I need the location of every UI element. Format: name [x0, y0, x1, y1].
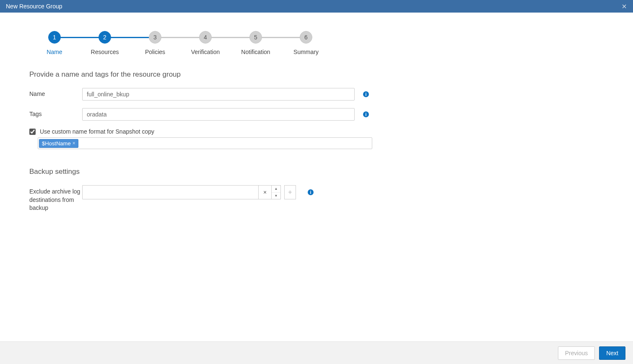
step-label: Resources — [80, 49, 130, 55]
step-verification[interactable]: 4Verification — [180, 31, 231, 55]
close-icon[interactable]: × — [618, 0, 630, 13]
exclude-combo[interactable]: × ▲ ▼ — [82, 185, 281, 199]
custom-name-checkbox[interactable] — [29, 129, 36, 135]
window-title: New Resource Group — [6, 3, 62, 10]
step-circle: 1 — [48, 31, 61, 44]
spin-up-icon[interactable]: ▲ — [272, 186, 280, 193]
custom-name-format-input[interactable]: $HostName× — [38, 137, 372, 149]
wizard-footer: Previous Next — [0, 341, 633, 364]
step-connector — [155, 37, 205, 38]
step-policies[interactable]: 3Policies — [130, 31, 180, 55]
custom-name-label[interactable]: Use custom name format for Snapshot copy — [40, 128, 154, 135]
step-label: Summary — [281, 49, 331, 55]
step-label: Verification — [180, 49, 231, 55]
wizard-stepper: 1Name2Resources3Policies4Verification5No… — [29, 31, 604, 55]
token-remove-icon[interactable]: × — [73, 140, 75, 146]
clear-icon[interactable]: × — [258, 185, 272, 199]
step-circle: 3 — [149, 31, 161, 44]
step-circle: 6 — [300, 31, 312, 44]
name-input[interactable] — [82, 88, 355, 101]
info-icon[interactable]: i — [363, 111, 369, 117]
exclude-input[interactable] — [82, 185, 258, 199]
tags-label: Tags — [29, 108, 82, 117]
step-summary[interactable]: 6Summary — [281, 31, 331, 55]
spin-down-icon[interactable]: ▼ — [272, 193, 280, 199]
step-connector — [54, 37, 105, 38]
info-icon[interactable]: i — [308, 189, 314, 195]
format-token[interactable]: $HostName× — [39, 139, 78, 148]
next-button[interactable]: Next — [599, 346, 625, 360]
step-connector — [256, 37, 306, 38]
step-circle: 4 — [199, 31, 212, 44]
info-icon[interactable]: i — [363, 91, 369, 97]
step-notification[interactable]: 5Notification — [231, 31, 281, 55]
exclude-label: Exclude archive log destinations from ba… — [29, 185, 82, 212]
step-resources[interactable]: 2Resources — [80, 31, 130, 55]
titlebar: New Resource Group × — [0, 0, 633, 13]
previous-button[interactable]: Previous — [558, 346, 595, 360]
add-button[interactable]: + — [284, 185, 296, 199]
step-label: Notification — [231, 49, 281, 55]
name-label: Name — [29, 88, 82, 97]
tags-input[interactable] — [82, 108, 355, 121]
step-name[interactable]: 1Name — [29, 31, 80, 55]
step-circle: 5 — [249, 31, 262, 44]
step-label: Policies — [130, 49, 180, 55]
step-connector — [105, 37, 155, 38]
section-title-name: Provide a name and tags for the resource… — [29, 70, 604, 79]
section-title-backup: Backup settings — [29, 168, 604, 176]
step-circle: 2 — [99, 31, 111, 44]
step-label: Name — [29, 49, 80, 55]
step-connector — [205, 37, 256, 38]
token-text: $HostName — [42, 140, 71, 147]
